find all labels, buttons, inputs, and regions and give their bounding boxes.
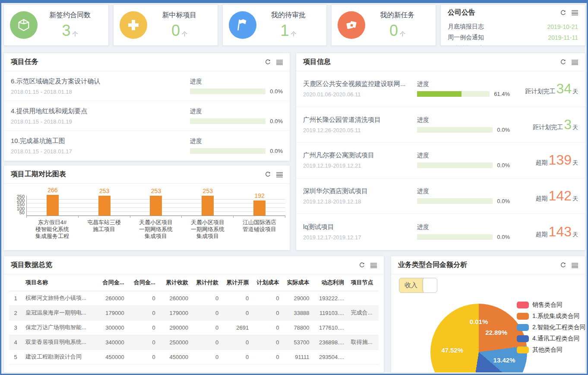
progress-percent: 0.0% xyxy=(497,234,510,240)
legend-item[interactable]: 销售类合同 xyxy=(517,301,585,309)
kpi-value: 0 xyxy=(389,22,398,39)
status-unit: 天 xyxy=(572,159,578,166)
legend-label: 1.系统集成类合同 xyxy=(532,312,580,320)
income-toggle[interactable]: 收入 xyxy=(399,278,437,293)
project-info-row[interactable]: lq测试项目2019.12.17-2019.12.17进度0.0%超期143天 xyxy=(296,214,585,250)
bar-value-label: 266 xyxy=(47,187,57,194)
table-cell: 179000 xyxy=(95,305,127,320)
legend-item[interactable]: 2.智能化工程类合同 xyxy=(517,324,585,331)
table-cell: 340000 xyxy=(95,335,127,350)
pie-chart[interactable] xyxy=(430,304,527,373)
data-table-title: 项目数据总览 xyxy=(11,261,52,270)
bar-value-label: 253 xyxy=(99,188,109,194)
legend-item[interactable]: 1.系统集成类合同 xyxy=(517,312,585,320)
kpi-card[interactable]: 新签约合同数3个 xyxy=(3,4,109,46)
legend-item[interactable]: 其他类合同 xyxy=(517,346,585,354)
status-unit: 天 xyxy=(572,231,578,238)
x-axis-labels: 东方假日4#楼智能化系统集成服务工程屯昌车站三楼施工项目天麓小区项目一期网络系统… xyxy=(26,219,285,240)
table-column-header: 合同金... xyxy=(95,274,127,291)
project-info-row[interactable]: 广州凡尔赛公寓测试项目2019.12.19-2019.12.21进度0.0%超期… xyxy=(296,143,585,178)
announcement-row[interactable]: 月底填报日志2019-10-21 xyxy=(448,21,578,32)
announcement-row[interactable]: 月底填报日志2019-10-21 xyxy=(448,43,578,46)
table-cell: 290000 xyxy=(159,320,192,335)
kpi-label: 我的待审批 xyxy=(256,11,320,20)
announcement-label: 月底填报日志 xyxy=(448,44,484,46)
bar[interactable]: 253 xyxy=(202,196,214,216)
table-cell: 建设工程勘测设计合同 xyxy=(22,350,95,364)
table-column-header: 项目名称 xyxy=(22,274,95,291)
kpi-label: 新签约合同数 xyxy=(38,11,102,20)
announcement-date: 2019-11-11 xyxy=(548,34,578,41)
category-label: 江山国际酒店管道铺设项目 xyxy=(234,219,285,240)
menu-icon[interactable] xyxy=(572,10,578,16)
menu-icon[interactable] xyxy=(276,59,283,65)
announcement-label: 周一例会通知 xyxy=(448,34,484,41)
flag-icon xyxy=(229,11,256,39)
menu-icon[interactable] xyxy=(370,262,377,268)
pie-panel-title: 业务类型合同金额分析 xyxy=(398,261,467,270)
menu-icon[interactable] xyxy=(276,172,283,178)
task-dates: 2018.01.15 - 2018.01.19 xyxy=(11,118,190,125)
menu-icon[interactable] xyxy=(572,262,578,268)
cube-icon xyxy=(10,11,38,39)
project-info-row[interactable]: 天鹿区公共安全视频监控建设联网...2020.01.06-2020.06.11进… xyxy=(296,71,585,107)
table-cell: 0 xyxy=(192,305,222,320)
announcement-row[interactable]: 周一例会通知2019-11-11 xyxy=(448,32,578,43)
kpi-card[interactable]: 我的新任务0个 xyxy=(331,4,436,46)
document-plus-icon xyxy=(120,11,147,39)
table-cell: 0 xyxy=(192,350,222,364)
table-cell: 双棠香居项目弱电系统... xyxy=(22,335,95,350)
status-days: 34 xyxy=(556,81,572,96)
table-cell: 0 xyxy=(222,291,252,305)
project-info-title: 项目信息 xyxy=(303,57,331,67)
refresh-icon[interactable] xyxy=(359,262,365,268)
bar[interactable]: 253 xyxy=(98,196,111,216)
kpi-card[interactable]: 我的待审批1个 xyxy=(222,4,327,46)
project-info-row[interactable]: 广州长隆公园管道清洗项目2019.12.26-2020.05.11进度0.0%距… xyxy=(296,107,585,143)
bar[interactable]: 253 xyxy=(150,196,162,216)
menu-icon[interactable] xyxy=(572,59,578,65)
announcement-date: 2019-10-21 xyxy=(547,23,578,30)
table-row[interactable]: 3保定万达广场弱电智能...30000002900000269107880017… xyxy=(9,320,379,335)
legend-swatch xyxy=(517,324,529,331)
table-cell: 0 xyxy=(222,335,252,350)
table-cell: 0 xyxy=(222,305,252,320)
task-row[interactable]: 6.示范区域确定及方案设计确认2018.01.15 - 2018.01.18进度… xyxy=(4,71,290,101)
project-info-row[interactable]: 深圳华尔酒店测试项目2019.12.18-2019.12.18进度0.0%超期1… xyxy=(296,178,585,214)
bar[interactable]: 192 xyxy=(253,200,266,216)
task-row[interactable]: 4.提供用地红线和规划要点2018.01.15 - 2018.01.19进度0.… xyxy=(4,101,290,131)
legend-item[interactable]: 4.通讯工程类合同 xyxy=(517,335,585,343)
table-cell: 5 xyxy=(9,350,22,364)
table-row[interactable]: 1槟榔河文旅特色小镇项...26000002600000002900019322… xyxy=(9,291,379,305)
table-row[interactable]: 2皇冠温泉海岸一期弱电...17900001790000003388811910… xyxy=(9,305,379,320)
table-cell: 皇冠温泉海岸一期弱电... xyxy=(22,305,95,320)
refresh-icon[interactable] xyxy=(265,171,271,178)
toggle-knob[interactable] xyxy=(423,278,437,293)
category-label: 东方假日4#楼智能化系统集成服务工程 xyxy=(26,219,78,240)
status-days: 143 xyxy=(549,224,572,239)
refresh-icon[interactable] xyxy=(560,59,566,65)
table-cell: 0 xyxy=(192,335,222,350)
y-tick-label: 50 xyxy=(4,211,25,215)
table-cell: 0 xyxy=(192,291,222,305)
task-row[interactable]: 10.完成基坑施工图2018.01.15 - 2018.01.17进度0.0% xyxy=(4,131,290,161)
project-dates: 2019.12.17-2019.12.17 xyxy=(303,234,417,241)
stacked-squares-icon xyxy=(338,11,365,39)
table-column-header: 合同金... xyxy=(128,274,159,291)
refresh-icon[interactable] xyxy=(560,10,566,16)
legend-swatch xyxy=(517,313,529,320)
table-cell: 保定万达广场弱电智能... xyxy=(22,320,95,335)
progress-label: 进度 xyxy=(417,188,510,195)
progress-bar xyxy=(417,234,493,240)
table-column-header xyxy=(9,274,22,291)
table-column-header: 累计开票 xyxy=(222,274,252,291)
table-column-header: 实际成本 xyxy=(282,274,313,291)
bar[interactable]: 266 xyxy=(47,195,59,216)
refresh-icon[interactable] xyxy=(560,262,566,268)
refresh-icon[interactable] xyxy=(265,59,271,65)
kpi-card[interactable]: 新中标项目0个 xyxy=(113,4,218,46)
table-row[interactable]: 5建设工程勘测设计合同450000045000000091111293504..… xyxy=(9,350,379,364)
table-row[interactable]: 4双棠香居项目弱电系统...34000002500000005370023689… xyxy=(9,335,379,350)
table-column-header: 动态利润 xyxy=(313,274,348,291)
table-cell: 260000 xyxy=(95,291,127,305)
